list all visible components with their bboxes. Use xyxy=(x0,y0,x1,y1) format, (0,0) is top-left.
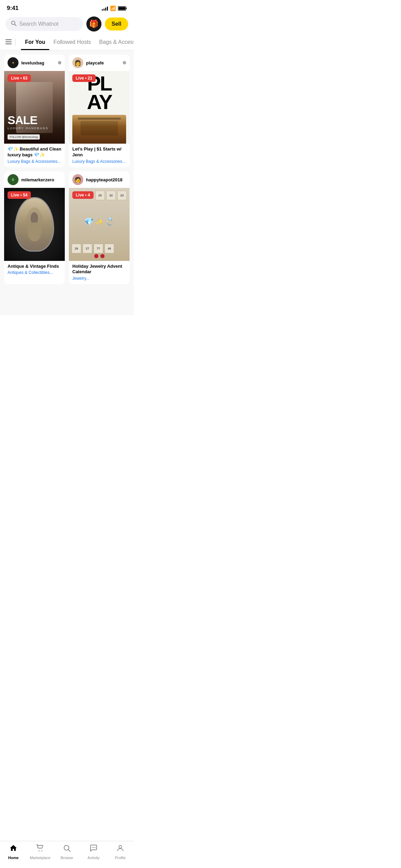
svg-rect-2 xyxy=(119,7,125,10)
card-header-happyteapot2018: 🧑 happyteapot2018 xyxy=(69,171,130,188)
card-header-milemarkerzero: 0 milemarkerzero xyxy=(4,171,65,188)
stream-card-milemarkerzero[interactable]: 0 milemarkerzero Live • 54 Ant xyxy=(4,171,65,284)
live-indicator-playcafe xyxy=(123,61,126,64)
stream-title-happyteapot2018: Holiday Jewelry Advent Calendar xyxy=(72,264,126,275)
stream-title-leveluxbag: 💎✨ Beautiful and Clean luxury bags 💎✨ xyxy=(8,146,61,158)
card-footer-playcafe: Let's Play | $1 Starts w/ Jenn Luxury Ba… xyxy=(69,144,130,167)
avatar-milemarkerzero: 0 xyxy=(8,174,19,185)
stream-category-milemarkerzero: Antiques & Collectibles... xyxy=(8,270,61,275)
svg-line-4 xyxy=(15,24,16,26)
header: Search Whatnot 🎁 Sell xyxy=(0,14,134,34)
stream-title-milemarkerzero: Antique & Vintage Finds xyxy=(8,264,61,269)
avatar-leveluxbag: ✦ xyxy=(8,57,19,68)
card-footer-happyteapot2018: Holiday Jewelry Advent Calendar Jewelry.… xyxy=(69,261,130,285)
search-bar[interactable]: Search Whatnot xyxy=(5,17,83,31)
svg-rect-6 xyxy=(5,41,12,42)
stream-category-leveluxbag: Luxury Bags & Accessories... xyxy=(8,159,61,164)
search-placeholder: Search Whatnot xyxy=(19,21,59,27)
avatar-happyteapot2018: 🧑 xyxy=(72,174,83,185)
tab-for-you[interactable]: For You xyxy=(21,34,49,50)
stream-category-happyteapot2018: Jewelry... xyxy=(72,276,126,281)
username-leveluxbag: leveluxbag xyxy=(21,60,55,65)
username-playcafe: playcafe xyxy=(86,60,120,65)
search-icon xyxy=(11,21,16,27)
content-area: ✦ leveluxbag SALE LUXURY HANDBAGS FOLLOW… xyxy=(0,50,134,315)
signal-bars-icon xyxy=(102,6,108,11)
sale-text: SALE xyxy=(8,114,61,126)
tab-divider xyxy=(15,39,15,46)
tab-bags[interactable]: Bags & Accessories xyxy=(95,34,134,50)
stream-category-playcafe: Luxury Bags & Accessories... xyxy=(72,159,126,164)
stream-card-happyteapot2018[interactable]: 🧑 happyteapot2018 20 32 23 💎 ✨ xyxy=(69,171,130,284)
battery-icon xyxy=(118,6,127,11)
stream-title-playcafe: Let's Play | $1 Starts w/ Jenn xyxy=(72,146,126,158)
live-badge-playcafe: Live • 21 xyxy=(72,74,96,82)
thumbnail-leveluxbag: SALE LUXURY HANDBAGS FOLLOW @leveluxbag … xyxy=(4,71,65,144)
live-badge-leveluxbag: Live • 63 xyxy=(8,74,31,82)
svg-rect-7 xyxy=(5,44,12,44)
stream-card-leveluxbag[interactable]: ✦ leveluxbag SALE LUXURY HANDBAGS FOLLOW… xyxy=(4,55,65,167)
status-icons: 📶 xyxy=(102,5,127,11)
card-footer-milemarkerzero: Antique & Vintage Finds Antiques & Colle… xyxy=(4,261,65,279)
live-badge-happyteapot2018: Live • 4 xyxy=(72,191,94,199)
card-header-leveluxbag: ✦ leveluxbag xyxy=(4,55,65,71)
svg-rect-5 xyxy=(5,39,12,40)
wifi-icon: 📶 xyxy=(110,5,116,11)
svg-rect-1 xyxy=(126,8,127,9)
thumbnail-playcafe: PLAY Live • 21 xyxy=(69,71,130,144)
tabs-container: For You Followed Hosts Bags & Accessorie… xyxy=(0,34,134,50)
username-milemarkerzero: milemarkerzero xyxy=(21,177,61,182)
tab-followed-hosts[interactable]: Followed Hosts xyxy=(49,34,95,50)
username-happyteapot2018: happyteapot2018 xyxy=(86,177,126,182)
thumbnail-happyteapot2018: 20 32 23 💎 ✨ 💍 26 27 77 xyxy=(69,188,130,261)
status-time: 9:41 xyxy=(7,5,19,12)
live-badge-milemarkerzero: Live • 54 xyxy=(8,191,31,199)
streams-grid: ✦ leveluxbag SALE LUXURY HANDBAGS FOLLOW… xyxy=(4,55,130,284)
avatar-playcafe: 👩 xyxy=(72,57,83,68)
grid-icon[interactable] xyxy=(5,39,12,46)
thumbnail-milemarkerzero: Live • 54 xyxy=(4,188,65,261)
stream-card-playcafe[interactable]: 👩 playcafe PLAY Live • 21 Let xyxy=(69,55,130,167)
sale-subtext: LUXURY HANDBAGS xyxy=(8,126,61,130)
gift-icon: 🎁 xyxy=(89,20,98,28)
gift-button[interactable]: 🎁 xyxy=(86,16,101,32)
sell-button[interactable]: Sell xyxy=(105,17,128,31)
follow-tag: FOLLOW @leveluxbag xyxy=(8,134,40,140)
live-indicator-leveluxbag xyxy=(58,61,61,64)
card-header-playcafe: 👩 playcafe xyxy=(69,55,130,71)
status-bar: 9:41 📶 xyxy=(0,0,134,14)
card-footer-leveluxbag: 💎✨ Beautiful and Clean luxury bags 💎✨ Lu… xyxy=(4,144,65,167)
